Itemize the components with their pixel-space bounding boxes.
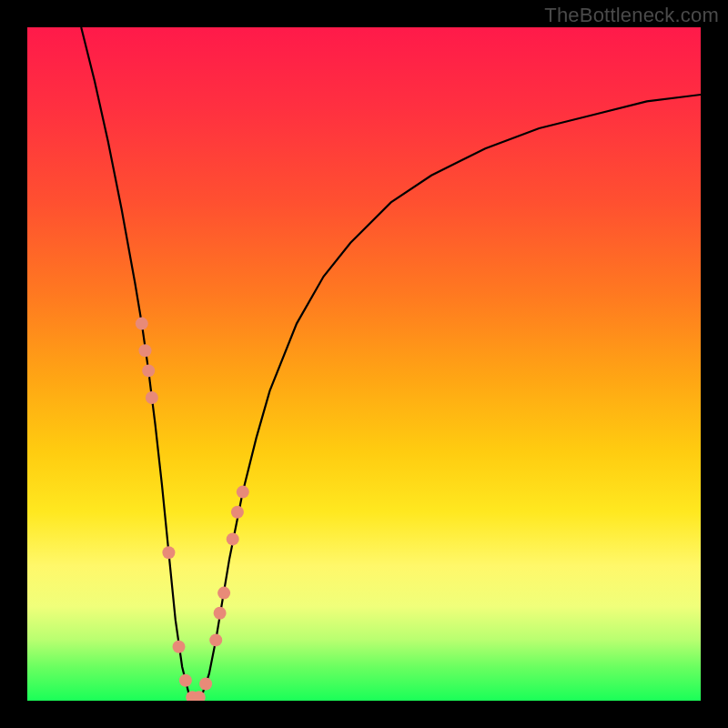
chart-svg [27, 27, 701, 701]
highlight-dot [227, 532, 239, 545]
highlight-dots [136, 318, 249, 701]
chart-frame: TheBottleneck.com [0, 0, 728, 728]
highlight-dot [136, 318, 148, 330]
highlight-dot [199, 678, 212, 691]
highlight-dot [139, 344, 152, 357]
highlight-dot [217, 587, 230, 600]
highlight-dot [142, 364, 155, 377]
highlight-dot [237, 486, 249, 499]
highlight-dot [162, 546, 175, 559]
highlight-dot [173, 641, 186, 653]
bottleneck-curve [81, 27, 701, 701]
highlight-dot [146, 391, 158, 404]
chart-plot-area [27, 27, 701, 701]
highlight-dot [231, 506, 244, 519]
highlight-dot [214, 607, 227, 620]
highlight-dot [209, 633, 222, 646]
watermark-text: TheBottleneck.com [544, 4, 719, 27]
highlight-dot [179, 674, 192, 687]
